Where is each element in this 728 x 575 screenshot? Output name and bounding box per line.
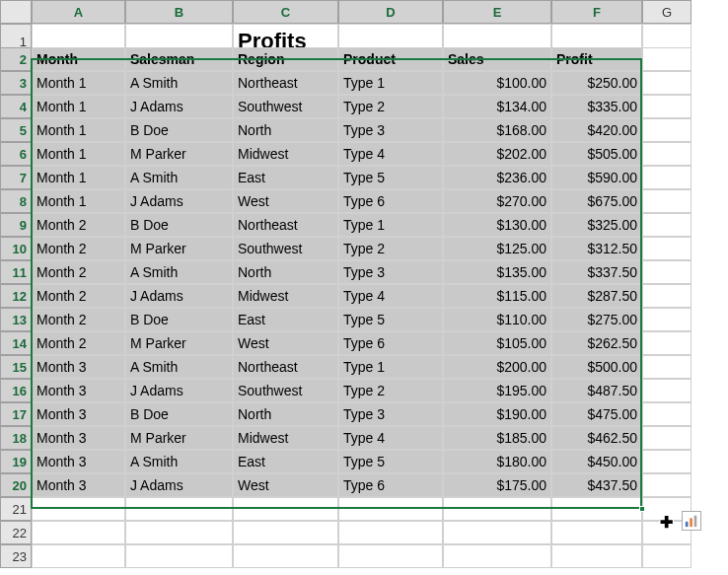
data-cell[interactable]: $450.00 (551, 450, 642, 473)
data-cell[interactable]: Type 1 (338, 355, 443, 379)
data-cell[interactable]: $236.00 (443, 166, 551, 189)
data-cell[interactable]: $190.00 (443, 402, 551, 426)
data-cell[interactable]: East (233, 450, 338, 473)
data-cell[interactable]: $180.00 (443, 450, 551, 473)
cell-B23[interactable] (125, 544, 233, 568)
cell-D22[interactable] (338, 521, 443, 544)
row-header-21[interactable]: 21 (0, 497, 32, 521)
column-header-D[interactable]: D (338, 0, 443, 24)
data-cell[interactable]: Type 5 (338, 166, 443, 189)
cell-C22[interactable] (233, 521, 338, 544)
data-cell[interactable]: $475.00 (551, 402, 642, 426)
data-cell[interactable]: B Doe (125, 213, 233, 237)
data-cell[interactable]: A Smith (125, 450, 233, 473)
data-cell[interactable]: Type 4 (338, 284, 443, 308)
data-cell[interactable]: Month 1 (32, 166, 125, 189)
data-cell[interactable]: North (233, 118, 338, 142)
cell-G15[interactable] (642, 355, 692, 379)
data-cell[interactable]: $168.00 (443, 118, 551, 142)
data-cell[interactable]: East (233, 166, 338, 189)
data-cell[interactable]: A Smith (125, 355, 233, 379)
cell-G16[interactable] (642, 379, 692, 402)
data-cell[interactable]: Type 2 (338, 95, 443, 118)
cell-F21[interactable] (551, 497, 642, 521)
cell-G3[interactable] (642, 71, 692, 95)
data-cell[interactable]: Type 6 (338, 473, 443, 497)
data-cell[interactable]: A Smith (125, 71, 233, 95)
data-cell[interactable]: Month 1 (32, 189, 125, 213)
row-header-11[interactable]: 11 (0, 260, 32, 284)
cell-G11[interactable] (642, 260, 692, 284)
row-header-3[interactable]: 3 (0, 71, 32, 95)
data-cell[interactable]: A Smith (125, 260, 233, 284)
data-cell[interactable]: Type 5 (338, 450, 443, 473)
cell-G17[interactable] (642, 402, 692, 426)
spreadsheet-grid[interactable]: ABCDEFG1Profits2MonthSalesmanRegionProdu… (0, 0, 728, 568)
data-cell[interactable]: $325.00 (551, 213, 642, 237)
header-cell-profit[interactable]: Profit (551, 47, 642, 71)
row-header-2[interactable]: 2 (0, 47, 32, 71)
cell-E23[interactable] (443, 544, 551, 568)
data-cell[interactable]: Month 2 (32, 284, 125, 308)
data-cell[interactable]: Type 4 (338, 142, 443, 166)
data-cell[interactable]: $125.00 (443, 237, 551, 260)
header-cell-region[interactable]: Region (233, 47, 338, 71)
row-header-7[interactable]: 7 (0, 166, 32, 189)
data-cell[interactable]: Month 3 (32, 402, 125, 426)
cell-D21[interactable] (338, 497, 443, 521)
quick-analysis-icon[interactable] (682, 511, 701, 531)
data-cell[interactable]: A Smith (125, 166, 233, 189)
data-cell[interactable]: $500.00 (551, 355, 642, 379)
data-cell[interactable]: Month 2 (32, 237, 125, 260)
data-cell[interactable]: $262.50 (551, 331, 642, 355)
data-cell[interactable]: $130.00 (443, 213, 551, 237)
data-cell[interactable]: Type 3 (338, 402, 443, 426)
data-cell[interactable]: $462.50 (551, 426, 642, 450)
data-cell[interactable]: Month 3 (32, 379, 125, 402)
data-cell[interactable]: $270.00 (443, 189, 551, 213)
row-header-4[interactable]: 4 (0, 95, 32, 118)
data-cell[interactable]: Type 4 (338, 426, 443, 450)
data-cell[interactable]: Month 1 (32, 95, 125, 118)
data-cell[interactable]: $175.00 (443, 473, 551, 497)
cell-G8[interactable] (642, 189, 692, 213)
data-cell[interactable]: $135.00 (443, 260, 551, 284)
data-cell[interactable]: North (233, 402, 338, 426)
data-cell[interactable]: J Adams (125, 95, 233, 118)
data-cell[interactable]: Type 1 (338, 71, 443, 95)
cell-E22[interactable] (443, 521, 551, 544)
data-cell[interactable]: Month 2 (32, 308, 125, 331)
cell-A23[interactable] (32, 544, 125, 568)
data-cell[interactable]: West (233, 189, 338, 213)
data-cell[interactable]: Month 2 (32, 260, 125, 284)
data-cell[interactable]: $335.00 (551, 95, 642, 118)
data-cell[interactable]: Northeast (233, 213, 338, 237)
data-cell[interactable]: J Adams (125, 284, 233, 308)
row-header-20[interactable]: 20 (0, 473, 32, 497)
row-header-8[interactable]: 8 (0, 189, 32, 213)
cell-D23[interactable] (338, 544, 443, 568)
data-cell[interactable]: East (233, 308, 338, 331)
cell-C23[interactable] (233, 544, 338, 568)
data-cell[interactable]: Northeast (233, 355, 338, 379)
data-cell[interactable]: Type 6 (338, 189, 443, 213)
data-cell[interactable]: $115.00 (443, 284, 551, 308)
row-header-9[interactable]: 9 (0, 213, 32, 237)
row-header-14[interactable]: 14 (0, 331, 32, 355)
cell-G10[interactable] (642, 237, 692, 260)
row-header-16[interactable]: 16 (0, 379, 32, 402)
cell-F23[interactable] (551, 544, 642, 568)
row-header-6[interactable]: 6 (0, 142, 32, 166)
data-cell[interactable]: Type 3 (338, 260, 443, 284)
data-cell[interactable]: M Parker (125, 331, 233, 355)
row-header-19[interactable]: 19 (0, 450, 32, 473)
cell-B22[interactable] (125, 521, 233, 544)
data-cell[interactable]: Month 2 (32, 331, 125, 355)
cell-G19[interactable] (642, 450, 692, 473)
column-header-F[interactable]: F (551, 0, 642, 24)
data-cell[interactable]: B Doe (125, 118, 233, 142)
data-cell[interactable]: Northeast (233, 71, 338, 95)
data-cell[interactable]: Type 2 (338, 379, 443, 402)
data-cell[interactable]: M Parker (125, 237, 233, 260)
data-cell[interactable]: Month 3 (32, 450, 125, 473)
